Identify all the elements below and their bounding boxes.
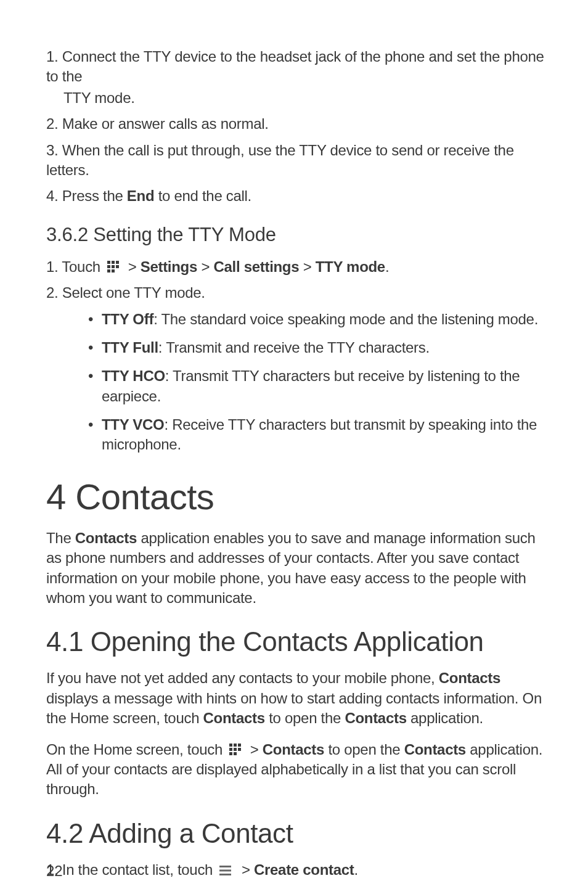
list-item: TTY HCO: Transmit TTY characters but rec… — [88, 366, 551, 406]
sep: > — [197, 258, 213, 275]
para-mid2: to open the — [265, 710, 345, 726]
svg-rect-5 — [112, 269, 115, 272]
svg-rect-8 — [229, 744, 232, 747]
list-item: TTY Full: Transmit and receive the TTY c… — [88, 338, 551, 358]
step-text-post: to end the call. — [154, 187, 251, 204]
svg-rect-10 — [234, 744, 237, 747]
svg-rect-7 — [116, 265, 119, 268]
heading-4-1: 4.1 Opening the Contacts Application — [46, 626, 551, 657]
call-settings-label: Call settings — [213, 258, 299, 275]
svg-rect-1 — [107, 265, 110, 268]
end-label: End — [127, 187, 154, 204]
period: . — [385, 258, 389, 275]
step-text: Select one TTY mode. — [62, 284, 205, 301]
step-c-1: 1. In the contact list, touch > Create c… — [46, 860, 551, 880]
svg-rect-16 — [219, 866, 231, 867]
step-text-pre: Touch — [62, 258, 104, 275]
contacts-label: Contacts — [439, 670, 500, 686]
svg-rect-15 — [238, 748, 241, 751]
step-number: 4. — [46, 187, 58, 204]
step-a-3: 3. When the call is put through, use the… — [46, 141, 551, 181]
svg-rect-6 — [116, 261, 119, 264]
para-pre: The — [46, 530, 75, 546]
para-mid: to open the — [324, 741, 404, 758]
tty-full-label: TTY Full — [102, 339, 158, 356]
document-page: 1. Connect the TTY device to the headset… — [0, 0, 588, 881]
step-a-4: 4. Press the End to end the call. — [46, 186, 551, 206]
svg-rect-9 — [229, 748, 232, 751]
svg-rect-11 — [234, 748, 237, 751]
list-text: : The standard voice speaking mode and t… — [153, 311, 538, 327]
svg-rect-13 — [234, 752, 237, 755]
contacts-label: Contacts — [203, 710, 265, 726]
step-number: 1. — [46, 258, 58, 275]
list-text: : Receive TTY characters but transmit by… — [164, 416, 537, 433]
svg-rect-0 — [107, 261, 110, 264]
step-number: 2. — [46, 284, 58, 301]
settings-label: Settings — [141, 258, 197, 275]
menu-icon — [219, 861, 234, 872]
tty-off-label: TTY Off — [102, 311, 153, 327]
step-a-1: 1. Connect the TTY device to the headset… — [46, 47, 551, 108]
para-pre: On the Home screen, touch — [46, 741, 226, 758]
step-text-pre: In the contact list, touch — [62, 861, 217, 878]
create-contact-label: Create contact — [254, 861, 354, 878]
step-number: 1. — [46, 48, 58, 65]
sep: > — [246, 741, 262, 758]
list-text: : Transmit and receive the TTY character… — [158, 339, 430, 356]
step-number: 2. — [46, 115, 58, 132]
step-a-2: 2. Make or answer calls as normal. — [46, 114, 551, 134]
list-text-cont: microphone. — [102, 435, 551, 454]
page-number: 22 — [46, 863, 63, 880]
step-text: Make or answer calls as normal. — [62, 115, 269, 132]
step-text: Connect the TTY device to the headset ja… — [46, 48, 544, 84]
para-pre: If you have not yet added any contacts t… — [46, 670, 439, 686]
sep: > — [299, 258, 315, 275]
tty-mode-label: TTY mode — [316, 258, 385, 275]
list-item: TTY Off: The standard voice speaking mod… — [88, 309, 551, 329]
heading-3-6-2: 3.6.2 Setting the TTY Mode — [46, 224, 551, 246]
heading-4-2: 4.2 Adding a Contact — [46, 818, 551, 849]
contacts-intro: The Contacts application enables you to … — [46, 528, 551, 609]
contacts-label: Contacts — [345, 710, 406, 726]
heading-4: 4 Contacts — [46, 476, 551, 517]
step-b-2: 2. Select one TTY mode. — [46, 283, 551, 303]
list-item: TTY VCO: Receive TTY characters but tran… — [88, 415, 551, 455]
tty-hco-label: TTY HCO — [102, 367, 165, 384]
svg-rect-2 — [112, 261, 115, 264]
tty-vco-label: TTY VCO — [102, 416, 164, 433]
svg-rect-18 — [219, 874, 231, 875]
sep: > — [238, 861, 254, 878]
para-41b: On the Home screen, touch > Contacts to … — [46, 740, 551, 800]
svg-rect-17 — [219, 869, 231, 871]
svg-rect-3 — [112, 265, 115, 268]
tty-mode-list: TTY Off: The standard voice speaking mod… — [88, 309, 551, 455]
para-41a: If you have not yet added any contacts t… — [46, 668, 551, 728]
step-text: When the call is put through, use the TT… — [46, 142, 514, 178]
step-text-cont: TTY mode. — [63, 88, 551, 108]
contacts-label: Contacts — [263, 741, 324, 758]
svg-rect-12 — [229, 752, 232, 755]
step-text-pre: Press the — [62, 187, 127, 204]
period: . — [354, 861, 358, 878]
apps-grid-icon — [107, 259, 120, 272]
step-number: 3. — [46, 142, 58, 158]
para-end: application. — [407, 710, 483, 726]
apps-grid-icon — [229, 742, 242, 755]
contacts-label: Contacts — [75, 530, 137, 546]
contacts-label: Contacts — [404, 741, 466, 758]
sep: > — [124, 258, 140, 275]
step-b-1: 1. Touch > Settings > Call settings > TT… — [46, 257, 551, 277]
svg-rect-4 — [107, 269, 110, 272]
svg-rect-14 — [238, 744, 241, 747]
